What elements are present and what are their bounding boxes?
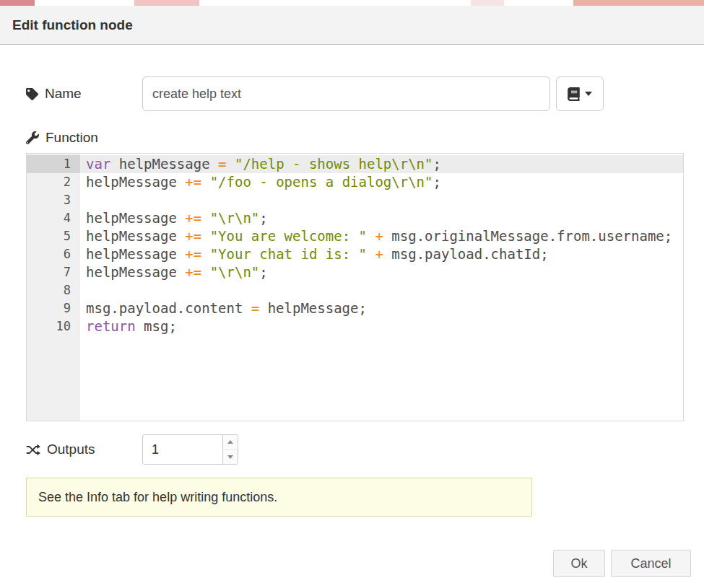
code-line — [80, 281, 683, 299]
library-button[interactable] — [556, 76, 604, 111]
ok-button[interactable]: Ok — [553, 550, 605, 577]
info-tip: See the Info tab for help writing functi… — [26, 478, 532, 517]
gutter: 12345678910 — [27, 154, 80, 421]
code-line: helpMessage += "\r\n"; — [80, 209, 683, 227]
backdrop-strip — [0, 0, 704, 6]
info-tip-text: See the Info tab for help writing functi… — [38, 490, 277, 505]
outputs-label: Outputs — [26, 442, 142, 457]
dialog-title: Edit function node — [12, 17, 133, 33]
name-label-text: Name — [45, 86, 82, 102]
dialog-header: Edit function node — [0, 6, 704, 45]
code-line: msg.payload.content = helpMessage; — [80, 299, 683, 317]
shuffle-icon — [26, 444, 40, 456]
gutter-line-number: 4 — [27, 209, 80, 227]
name-input[interactable] — [142, 76, 550, 111]
gutter-line-number: 1 — [27, 155, 80, 173]
outputs-row: Outputs — [26, 434, 684, 465]
name-row: Name — [26, 76, 684, 111]
backdrop-block — [0, 0, 35, 6]
edit-function-node-dialog: Edit function node Name Function 1234567… — [0, 6, 704, 577]
code-line: helpMessage += "/foo - opens a dialog\r\… — [80, 173, 683, 191]
code-line: helpMessage += "\r\n"; — [80, 263, 683, 281]
outputs-spinner — [142, 434, 238, 465]
backdrop-block — [134, 0, 199, 6]
code-line: helpMessage += "You are welcome: " + msg… — [80, 227, 683, 245]
arrow-up-icon — [227, 440, 233, 444]
code-line: var helpMessage = "/help - shows help\r\… — [80, 155, 683, 173]
cancel-button[interactable]: Cancel — [611, 550, 691, 577]
arrow-down-icon — [227, 455, 233, 459]
code-line: return msg; — [80, 317, 683, 335]
code-editor[interactable]: 12345678910 var helpMessage = "/help - s… — [26, 153, 684, 421]
code-line: helpMessage += "Your chat id is: " + msg… — [80, 245, 683, 263]
gutter-line-number: 7 — [27, 263, 80, 281]
backdrop-block — [573, 0, 704, 6]
outputs-label-text: Outputs — [47, 442, 95, 457]
spinner-buttons — [222, 435, 238, 464]
wrench-icon — [26, 131, 39, 144]
gutter-line-number: 6 — [27, 245, 80, 263]
gutter-line-number: 2 — [27, 173, 80, 191]
gutter-line-number: 9 — [27, 299, 80, 317]
dialog-footer: Ok Cancel — [0, 550, 704, 577]
gutter-line-number: 8 — [27, 281, 80, 299]
caret-down-icon — [585, 92, 592, 96]
spinner-down-button[interactable] — [223, 450, 238, 465]
outputs-input[interactable] — [143, 435, 222, 464]
code-line — [80, 191, 683, 209]
tag-icon — [26, 88, 38, 100]
code-area[interactable]: var helpMessage = "/help - shows help\r\… — [80, 154, 683, 421]
function-label: Function — [26, 130, 142, 146]
gutter-line-number: 5 — [27, 227, 80, 245]
gutter-line-number: 3 — [27, 191, 80, 209]
name-label: Name — [26, 86, 142, 102]
book-icon — [568, 87, 580, 101]
spinner-up-button[interactable] — [223, 435, 238, 450]
backdrop-block — [471, 0, 504, 6]
gutter-line-number: 10 — [27, 317, 80, 335]
function-row: Function — [26, 130, 684, 146]
function-label-text: Function — [45, 130, 98, 146]
dialog-body: Name Function 12345678910 var helpMessag… — [0, 76, 704, 517]
